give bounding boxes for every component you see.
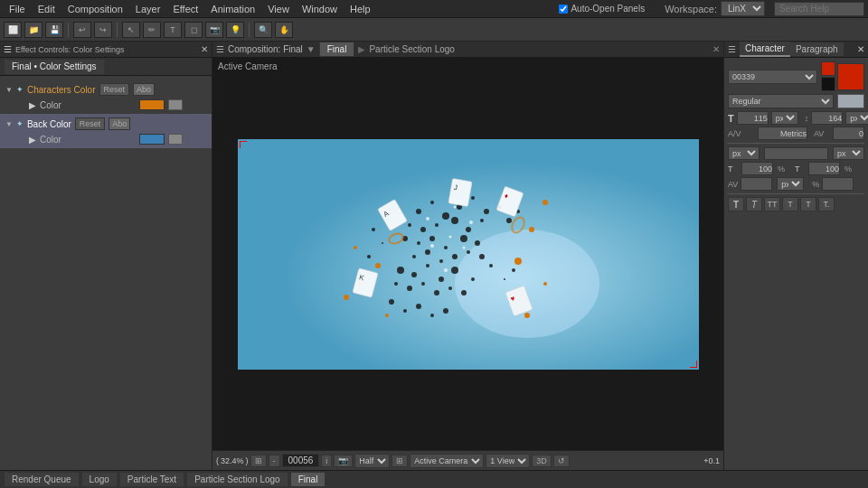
timeline-tab-row: Render Queue Logo Particle Text Particle… — [0, 471, 868, 488]
comp-info-btn[interactable]: i — [321, 455, 332, 467]
back-reset-btn[interactable]: Reset — [75, 117, 106, 130]
font-style-select[interactable]: Regular — [728, 94, 834, 108]
panel-close-btn[interactable]: ✕ — [201, 44, 208, 54]
char-menu-icon[interactable]: ☰ — [728, 44, 736, 54]
effect-tab-final[interactable]: Final • Color Settings — [4, 59, 105, 74]
style-bold-btn[interactable]: T — [728, 197, 744, 211]
horiz-scale-input[interactable] — [808, 162, 840, 175]
toolbar-pen-btn[interactable]: ✏ — [143, 22, 161, 38]
style-super-btn[interactable]: T — [800, 197, 816, 211]
svg-point-21 — [425, 249, 430, 255]
characters-reset-btn[interactable]: Reset — [99, 83, 130, 96]
menu-item-effect[interactable]: Effect — [167, 2, 203, 16]
menu-item-composition[interactable]: Composition — [62, 2, 128, 16]
font-name-select[interactable]: 00339 — [728, 70, 817, 84]
characters-color-header[interactable]: ▼ ✦ Characters Color Reset Abo — [4, 81, 208, 98]
char-panel-close-btn[interactable]: ✕ — [857, 44, 864, 54]
style-allcaps-btn[interactable]: TT — [764, 197, 780, 211]
comp-timecode[interactable]: 00056 — [282, 454, 320, 467]
toolbar-light-btn[interactable]: 💡 — [226, 22, 244, 38]
characters-color-swatch[interactable] — [139, 99, 165, 110]
center-panel: ☰ Composition: Final ▼ Final ▶ Particle … — [212, 42, 723, 470]
comp-title-label: Composition: Final — [228, 44, 303, 54]
effect-tab-row: Final • Color Settings — [0, 58, 212, 76]
baseline-unit-select[interactable]: px — [777, 177, 804, 191]
tl-tab-logo[interactable]: Logo — [81, 472, 118, 487]
menu-item-file[interactable]: File — [4, 2, 31, 16]
comp-fit-btn[interactable]: ⊞ — [250, 455, 267, 467]
kerning-input[interactable] — [833, 127, 864, 140]
char-color-preview[interactable] — [837, 63, 864, 90]
back-color-header[interactable]: ▼ ✦ Back Color Reset Abo — [4, 116, 208, 132]
toolbar-undo-btn[interactable]: ↩ — [73, 22, 91, 38]
auto-open-panels-checkbox[interactable] — [559, 5, 568, 14]
char-panel-content: 00339 Regular T px — [724, 58, 868, 470]
font-size-unit-select[interactable]: px — [771, 111, 798, 125]
vert-scale-input[interactable] — [741, 162, 773, 175]
font-size-input[interactable] — [737, 111, 769, 125]
leading-unit-select[interactable]: px — [845, 111, 868, 125]
menu-item-view[interactable]: View — [262, 2, 295, 16]
comp-view-count-select[interactable]: 1 View — [486, 454, 530, 468]
toolbar-zoom-btn[interactable]: 🔍 — [254, 22, 272, 38]
comp-quality-select[interactable]: Half Full — [354, 454, 390, 468]
menu-item-edit[interactable]: Edit — [33, 2, 61, 16]
char-panel-header: ☰ Character Paragraph ✕ — [724, 42, 868, 58]
back-color-transparent[interactable] — [168, 134, 183, 145]
style-smallcaps-btn[interactable]: T — [782, 197, 798, 211]
toolbar-shape-btn[interactable]: ◻ — [184, 22, 203, 38]
menu-item-layer[interactable]: Layer — [130, 2, 166, 16]
toolbar-camera-btn[interactable]: 📷 — [205, 22, 223, 38]
tracking-input[interactable] — [758, 127, 807, 140]
comp-grid-btn[interactable]: ⊞ — [392, 455, 408, 467]
toolbar-text-btn[interactable]: T — [164, 22, 182, 38]
characters-color-transparent[interactable] — [168, 99, 183, 110]
unit-select-2[interactable]: px — [833, 146, 864, 160]
comp-reset-btn[interactable]: ↺ — [553, 455, 570, 467]
toolbar-redo-btn[interactable]: ↪ — [94, 22, 112, 38]
tsumi-input[interactable] — [822, 177, 854, 191]
back-color-group: ▼ ✦ Back Color Reset Abo ▶ Color — [0, 114, 212, 148]
toolbar-hand-btn[interactable]: ✋ — [275, 22, 293, 38]
toolbar-new-btn[interactable]: ⬜ — [4, 22, 22, 38]
back-color-swatch[interactable] — [139, 134, 165, 145]
char-tab-paragraph[interactable]: Paragraph — [790, 42, 844, 56]
tl-tab-particle-text[interactable]: Particle Text — [119, 472, 184, 487]
leading-input[interactable] — [811, 111, 843, 125]
search-input[interactable] — [774, 2, 864, 16]
comp-zoom-out-btn[interactable]: - — [269, 455, 280, 467]
workspace-select[interactable]: LinX — [721, 1, 765, 16]
tl-tab-particle-section[interactable]: Particle Section Logo — [186, 472, 288, 487]
comp-view-select[interactable]: Active Camera — [410, 454, 484, 468]
fx-checkmark: ✦ — [16, 85, 24, 94]
svg-point-31 — [471, 277, 475, 281]
menu-item-animation[interactable]: Animation — [205, 2, 260, 16]
characters-abo-btn[interactable]: Abo — [133, 83, 155, 96]
back-abo-btn[interactable]: Abo — [108, 117, 130, 130]
char-tab-character[interactable]: Character — [740, 42, 790, 57]
menu-item-window[interactable]: Window — [297, 2, 343, 16]
bottom-section: Render Queue Logo Particle Text Particle… — [0, 470, 868, 488]
comp-3d-btn[interactable]: 3D — [532, 455, 552, 467]
toolbar-open-btn[interactable]: 📁 — [24, 22, 42, 38]
toolbar-save-btn[interactable]: 💾 — [45, 22, 63, 38]
menu-item-help[interactable]: Help — [344, 2, 376, 16]
style-italic-btn[interactable]: T — [746, 197, 762, 211]
char-color-red-swatch[interactable] — [821, 61, 835, 76]
toolbar-select-btn[interactable]: ↖ — [122, 22, 140, 38]
svg-point-68 — [444, 268, 448, 272]
comp-close-btn[interactable]: ✕ — [712, 44, 720, 54]
comp-tab-final[interactable]: Final — [319, 42, 355, 57]
unit-select[interactable]: px — [728, 146, 760, 160]
tl-tab-render-queue[interactable]: Render Queue — [4, 472, 80, 487]
baseline-shift-input[interactable] — [741, 177, 772, 191]
auto-open-panels-label: Auto-Open Panels — [571, 4, 645, 14]
viewport-image: A ♦ K ♥ J — [238, 139, 699, 370]
style-sub-btn[interactable]: T. — [818, 197, 835, 211]
comp-menu-icon[interactable]: ☰ — [216, 44, 224, 54]
comp-dropdown-icon[interactable]: ▼ — [307, 44, 316, 54]
comp-camera-icon-btn[interactable]: 📷 — [334, 455, 353, 467]
char-color-black-swatch[interactable] — [821, 77, 835, 91]
viewport-corner-tl — [240, 141, 247, 148]
tl-tab-final[interactable]: Final — [290, 472, 326, 487]
